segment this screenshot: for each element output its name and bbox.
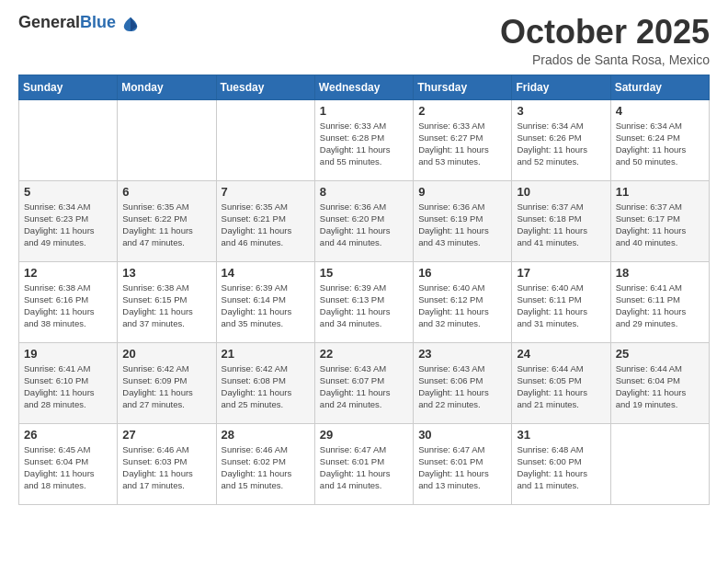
calendar-cell: 13Sunrise: 6:38 AMSunset: 6:15 PMDayligh… [118,261,216,342]
calendar-cell: 19Sunrise: 6:41 AMSunset: 6:10 PMDayligh… [19,342,118,423]
calendar-cell: 3Sunrise: 6:34 AMSunset: 6:26 PMDaylight… [512,99,610,180]
day-number: 14 [222,266,310,280]
weekday-header-sunday: Sunday [19,75,118,99]
day-info: Sunrise: 6:39 AMSunset: 6:13 PMDaylight:… [320,282,408,330]
day-info: Sunrise: 6:36 AMSunset: 6:19 PMDaylight:… [418,201,506,249]
day-info: Sunrise: 6:41 AMSunset: 6:11 PMDaylight:… [616,282,704,330]
day-number: 10 [517,185,605,199]
day-number: 24 [517,347,605,361]
day-number: 22 [320,347,408,361]
day-number: 1 [320,104,408,118]
calendar-cell: 23Sunrise: 6:43 AMSunset: 6:06 PMDayligh… [414,342,512,423]
calendar-cell: 22Sunrise: 6:43 AMSunset: 6:07 PMDayligh… [314,342,413,423]
calendar-cell [118,99,216,180]
day-info: Sunrise: 6:37 AMSunset: 6:17 PMDaylight:… [616,201,704,249]
day-info: Sunrise: 6:33 AMSunset: 6:27 PMDaylight:… [418,120,506,168]
day-number: 28 [222,428,310,442]
calendar-cell [610,423,709,504]
logo-general-text: General [18,13,80,31]
day-info: Sunrise: 6:42 AMSunset: 6:09 PMDaylight:… [122,362,210,411]
day-info: Sunrise: 6:43 AMSunset: 6:06 PMDaylight:… [418,362,506,411]
day-info: Sunrise: 6:35 AMSunset: 6:21 PMDaylight:… [222,201,310,249]
day-number: 13 [122,266,210,280]
day-info: Sunrise: 6:35 AMSunset: 6:22 PMDaylight:… [122,201,210,249]
calendar-cell: 30Sunrise: 6:47 AMSunset: 6:01 PMDayligh… [414,423,512,504]
calendar-cell: 17Sunrise: 6:40 AMSunset: 6:11 PMDayligh… [512,261,610,342]
day-info: Sunrise: 6:38 AMSunset: 6:15 PMDaylight:… [122,282,210,330]
calendar-cell: 15Sunrise: 6:39 AMSunset: 6:13 PMDayligh… [314,261,413,342]
calendar-week-row-3: 12Sunrise: 6:38 AMSunset: 6:16 PMDayligh… [19,261,710,342]
day-number: 30 [418,428,506,442]
calendar-cell: 6Sunrise: 6:35 AMSunset: 6:22 PMDaylight… [118,180,216,261]
logo: GeneralBlue [18,14,139,32]
day-info: Sunrise: 6:40 AMSunset: 6:11 PMDaylight:… [517,282,605,330]
page: GeneralBlue October 2025 Prados de Santa… [0,0,728,563]
day-info: Sunrise: 6:44 AMSunset: 6:05 PMDaylight:… [517,362,605,411]
month-title: October 2025 [500,14,710,51]
day-number: 20 [122,347,210,361]
logo-blue-text: Blue [80,13,116,31]
calendar-week-row-4: 19Sunrise: 6:41 AMSunset: 6:10 PMDayligh… [19,342,710,423]
calendar-cell: 31Sunrise: 6:48 AMSunset: 6:00 PMDayligh… [512,423,610,504]
calendar-week-row-1: 1Sunrise: 6:33 AMSunset: 6:28 PMDaylight… [19,99,710,180]
day-number: 4 [616,104,704,118]
day-info: Sunrise: 6:34 AMSunset: 6:23 PMDaylight:… [24,201,112,249]
day-info: Sunrise: 6:34 AMSunset: 6:26 PMDaylight:… [517,120,605,168]
calendar-cell: 2Sunrise: 6:33 AMSunset: 6:27 PMDaylight… [414,99,512,180]
calendar-header-row: SundayMondayTuesdayWednesdayThursdayFrid… [19,75,710,99]
day-number: 9 [418,185,506,199]
calendar-cell: 16Sunrise: 6:40 AMSunset: 6:12 PMDayligh… [414,261,512,342]
day-number: 3 [517,104,605,118]
calendar-cell: 26Sunrise: 6:45 AMSunset: 6:04 PMDayligh… [19,423,118,504]
day-number: 31 [517,428,605,442]
day-number: 11 [616,185,704,199]
calendar-cell: 10Sunrise: 6:37 AMSunset: 6:18 PMDayligh… [512,180,610,261]
day-info: Sunrise: 6:38 AMSunset: 6:16 PMDaylight:… [24,282,112,330]
day-info: Sunrise: 6:48 AMSunset: 6:00 PMDaylight:… [517,443,605,492]
logo-icon [122,16,139,32]
calendar-cell: 21Sunrise: 6:42 AMSunset: 6:08 PMDayligh… [216,342,314,423]
day-info: Sunrise: 6:36 AMSunset: 6:20 PMDaylight:… [320,201,408,249]
calendar-cell: 12Sunrise: 6:38 AMSunset: 6:16 PMDayligh… [19,261,118,342]
day-info: Sunrise: 6:47 AMSunset: 6:01 PMDaylight:… [320,443,408,492]
calendar-cell [216,99,314,180]
day-info: Sunrise: 6:33 AMSunset: 6:28 PMDaylight:… [320,120,408,168]
calendar-cell [19,99,118,180]
calendar-cell: 29Sunrise: 6:47 AMSunset: 6:01 PMDayligh… [314,423,413,504]
weekday-header-friday: Friday [512,75,610,99]
calendar-cell: 4Sunrise: 6:34 AMSunset: 6:24 PMDaylight… [610,99,709,180]
location-subtitle: Prados de Santa Rosa, Mexico [500,52,710,67]
day-number: 26 [24,428,112,442]
day-number: 8 [320,185,408,199]
day-info: Sunrise: 6:39 AMSunset: 6:14 PMDaylight:… [222,282,310,330]
day-info: Sunrise: 6:47 AMSunset: 6:01 PMDaylight:… [418,443,506,492]
day-info: Sunrise: 6:46 AMSunset: 6:03 PMDaylight:… [122,443,210,492]
calendar-cell: 1Sunrise: 6:33 AMSunset: 6:28 PMDaylight… [314,99,413,180]
day-number: 18 [616,266,704,280]
day-number: 15 [320,266,408,280]
calendar-cell: 27Sunrise: 6:46 AMSunset: 6:03 PMDayligh… [118,423,216,504]
day-info: Sunrise: 6:43 AMSunset: 6:07 PMDaylight:… [320,362,408,411]
day-number: 16 [418,266,506,280]
calendar-cell: 28Sunrise: 6:46 AMSunset: 6:02 PMDayligh… [216,423,314,504]
calendar-cell: 24Sunrise: 6:44 AMSunset: 6:05 PMDayligh… [512,342,610,423]
calendar-cell: 7Sunrise: 6:35 AMSunset: 6:21 PMDaylight… [216,180,314,261]
calendar-cell: 5Sunrise: 6:34 AMSunset: 6:23 PMDaylight… [19,180,118,261]
day-number: 25 [616,347,704,361]
day-number: 23 [418,347,506,361]
day-number: 7 [222,185,310,199]
weekday-header-saturday: Saturday [610,75,709,99]
calendar-cell: 25Sunrise: 6:44 AMSunset: 6:04 PMDayligh… [610,342,709,423]
header: GeneralBlue October 2025 Prados de Santa… [18,14,710,67]
day-number: 6 [122,185,210,199]
day-info: Sunrise: 6:41 AMSunset: 6:10 PMDaylight:… [24,362,112,411]
day-number: 27 [122,428,210,442]
calendar-cell: 9Sunrise: 6:36 AMSunset: 6:19 PMDaylight… [414,180,512,261]
day-info: Sunrise: 6:42 AMSunset: 6:08 PMDaylight:… [222,362,310,411]
day-number: 2 [418,104,506,118]
calendar-cell: 20Sunrise: 6:42 AMSunset: 6:09 PMDayligh… [118,342,216,423]
calendar-cell: 8Sunrise: 6:36 AMSunset: 6:20 PMDaylight… [314,180,413,261]
day-number: 29 [320,428,408,442]
day-info: Sunrise: 6:46 AMSunset: 6:02 PMDaylight:… [222,443,310,492]
weekday-header-wednesday: Wednesday [314,75,413,99]
